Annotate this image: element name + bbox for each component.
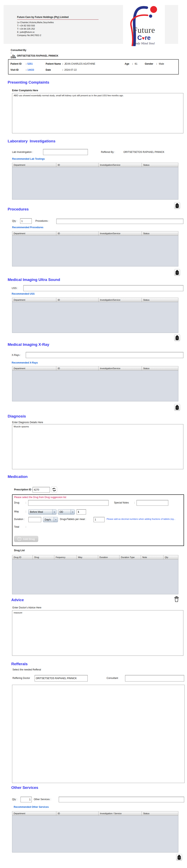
xray-input[interactable] xyxy=(26,352,183,358)
duration-input[interactable] xyxy=(28,517,41,522)
frequency-select[interactable]: OD ▼ xyxy=(58,509,75,515)
xray-delete-button[interactable] xyxy=(174,404,180,411)
drug-entry-panel: Please select the Drug from Drug suggess… xyxy=(12,494,184,546)
complaints-textarea[interactable]: ABD uss showed essentially normal study,… xyxy=(12,93,183,133)
table-header-row: Department ID Investigation/Service Stat… xyxy=(12,366,178,371)
per-meal-input[interactable] xyxy=(94,517,105,522)
logo-tagline: Body Mind Soul xyxy=(123,42,165,45)
column-header-id: ID xyxy=(56,811,99,816)
referring-doctor-input[interactable] xyxy=(35,675,88,682)
lab-referred-by-label: Reffered By : xyxy=(101,151,115,153)
trash-icon xyxy=(175,270,179,275)
frequency-qty-input[interactable] xyxy=(77,509,86,515)
trash-icon xyxy=(175,335,179,340)
complaints-sublabel: Enter Complaints Here xyxy=(12,89,38,92)
table-body-empty xyxy=(12,302,178,333)
patient-id-value: 5251 xyxy=(27,62,33,65)
column-header-drug: Drug xyxy=(33,555,54,559)
section-title-laboratory: Laboratory Investigations xyxy=(8,139,55,144)
section-title-medication: Medication xyxy=(8,474,28,479)
column-header-frequency: Fequency xyxy=(54,555,77,559)
patient-name-label: Patient Name xyxy=(46,62,61,65)
uss-delete-button[interactable] xyxy=(174,334,180,341)
section-title-other-services: Other Services xyxy=(11,785,38,790)
add-icon: + xyxy=(17,537,21,541)
table-header-row: Department ID Investigation / Service St… xyxy=(12,811,178,816)
table-body-empty xyxy=(12,371,178,401)
column-header-drug-id: Drug ID xyxy=(12,555,33,559)
chevron-down-icon: ▼ xyxy=(52,509,56,514)
company-number: Company No.8417652-2 xyxy=(17,34,99,37)
consult-date-label: Date xyxy=(11,56,26,59)
consultant-input[interactable] xyxy=(125,675,184,682)
xray-label: X-Rays : xyxy=(12,354,21,356)
procedures-qty-input[interactable] xyxy=(20,218,32,224)
advice-delete-button[interactable] xyxy=(174,596,179,603)
total-label: Total xyxy=(14,525,19,528)
patient-row-1: Patient ID : 5251 Patient Name : JEAN CH… xyxy=(8,62,178,66)
column-header-duration-type: Duration Type xyxy=(119,555,141,559)
trash-outline-icon xyxy=(174,596,179,602)
way-select[interactable]: Before Meal ▼ xyxy=(28,509,57,515)
consulted-by-label: Consulted By xyxy=(11,49,26,52)
lab-investigation-input[interactable] xyxy=(43,149,88,155)
column-header-investigation: Investigation/Service xyxy=(99,163,142,167)
add-drug-button[interactable]: + Add Drug xyxy=(14,536,38,542)
lab-referred-by-value: ORITSETSETOS RAPHAEL PINNICK xyxy=(123,151,164,153)
duration-unit-select[interactable]: Day/s ▼ xyxy=(43,517,58,522)
consultation-page: Future Care by Future Holdings (Pty) Lim… xyxy=(0,0,187,868)
column-header-investigation: Investigation/Service xyxy=(99,298,142,302)
procedures-input[interactable] xyxy=(56,219,183,224)
column-header-qty: Qty xyxy=(163,555,178,559)
section-title-diagnosis: Diagnosis xyxy=(8,414,26,418)
column-header-department: Department xyxy=(12,366,56,371)
column-header-status: Status xyxy=(142,231,178,236)
other-services-delete-button[interactable] xyxy=(176,854,182,861)
table-body-empty xyxy=(12,236,178,267)
logo-word-future: Future xyxy=(123,25,165,35)
special-notes-input[interactable] xyxy=(137,500,168,506)
prescription-id-input[interactable] xyxy=(33,487,50,493)
table-body-empty xyxy=(12,167,178,199)
trash-icon xyxy=(175,203,179,208)
recommended-xrays-link[interactable]: Recommended X-Rays xyxy=(12,361,38,364)
uss-input[interactable] xyxy=(23,285,183,291)
logo-word-care: C♥re xyxy=(123,34,165,41)
fraction-note: Please add as decimal numbers when addin… xyxy=(107,518,181,520)
column-header-note: Note xyxy=(141,555,163,559)
refresh-icon xyxy=(52,487,56,492)
other-services-input[interactable] xyxy=(59,797,184,802)
section-title-presenting-complaints: Presenting Complaints xyxy=(8,80,49,85)
trash-icon xyxy=(175,405,179,410)
advice-textarea[interactable]: reassure xyxy=(12,610,183,656)
lab-results-table: Department ID Investigation/Service Stat… xyxy=(12,163,178,199)
column-header-department: Department xyxy=(12,811,56,816)
special-notes-label: Special Notes xyxy=(114,501,129,504)
diagnosis-textarea[interactable]: Muscle spasms xyxy=(12,424,183,469)
drug-list-label: Drug List xyxy=(14,549,25,552)
lab-delete-button[interactable] xyxy=(174,202,180,209)
recommended-other-services-link[interactable]: Recommended Other Services xyxy=(14,806,49,808)
lab-investigation-label: Lab Investingation : xyxy=(12,151,33,153)
consultant-label: Consultant xyxy=(107,677,118,680)
column-header-department: Department xyxy=(12,298,56,302)
drug-list-table: Drug ID Drug Fequency Way Duration Durat… xyxy=(12,555,178,594)
column-header-department: Department xyxy=(12,231,56,236)
heart-icon: ♥ xyxy=(142,35,145,41)
other-services-qty-input[interactable] xyxy=(21,797,32,802)
recommended-uss-link[interactable]: Recommended USS xyxy=(12,292,35,295)
drug-input[interactable] xyxy=(28,500,109,506)
other-services-qty-label: Qty : xyxy=(12,798,17,801)
referral-list-box[interactable] xyxy=(12,685,185,783)
prescription-refresh-button[interactable] xyxy=(51,487,57,493)
visit-id-value: 14433 xyxy=(27,68,34,71)
column-header-id: ID xyxy=(56,231,99,236)
xray-table: Department ID Investigation/Service Stat… xyxy=(12,366,178,401)
recommended-procedures-link[interactable]: Recommended Procedures xyxy=(12,226,43,229)
procedures-delete-button[interactable] xyxy=(174,269,180,276)
uss-table: Department ID Investigation/Service Stat… xyxy=(12,298,178,333)
column-header-duration: Duration xyxy=(98,555,120,559)
recommended-lab-testings-link[interactable]: Recommended Lab Testings xyxy=(12,157,45,160)
column-header-id: ID xyxy=(56,298,99,302)
diagnosis-sublabel: Enter Diagnosis Details Here xyxy=(12,421,43,424)
